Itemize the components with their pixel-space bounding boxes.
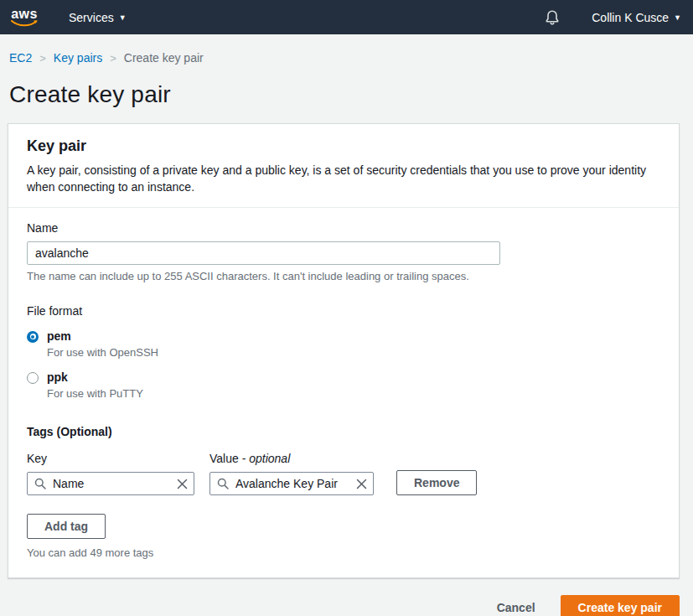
tags-title: Tags (Optional) [27, 425, 660, 438]
key-pair-panel: Key pair A key pair, consisting of a pri… [8, 123, 680, 578]
name-helper-text: The name can include up to 255 ASCII cha… [27, 270, 660, 282]
tags-remaining-helper: You can add 49 more tags [27, 546, 660, 559]
user-name: Collin K Cusce [592, 11, 669, 24]
radio-ppk-description: For use with PuTTY [47, 387, 143, 400]
breadcrumb-separator: > [102, 52, 124, 65]
radio-ppk-label: ppk [47, 370, 68, 384]
add-tag-button[interactable]: Add tag [27, 514, 106, 539]
name-label: Name [27, 221, 660, 235]
tag-key-input[interactable] [27, 472, 194, 495]
remove-tag-button[interactable]: Remove [396, 470, 477, 495]
tag-value-input[interactable] [209, 472, 374, 495]
tag-key-label: Key [27, 452, 194, 465]
file-format-label: File format [27, 304, 660, 318]
tag-value-column: Value - optional [209, 452, 374, 495]
breadcrumb-link-ec2[interactable]: EC2 [9, 51, 32, 65]
services-menu[interactable]: Services ▼ [69, 11, 127, 24]
top-navigation-bar: aws Services ▼ Collin K Cusce ▼ [0, 0, 693, 34]
aws-smile-icon [10, 20, 39, 28]
radio-option-ppk[interactable]: ppk For use with PuTTY [27, 370, 660, 400]
chevron-down-icon: ▼ [674, 13, 681, 22]
tag-value-label-prefix: Value - [209, 452, 246, 465]
tag-value-input-wrap [209, 472, 374, 495]
breadcrumb-link-key-pairs[interactable]: Key pairs [54, 51, 102, 65]
cancel-button[interactable]: Cancel [497, 601, 535, 614]
footer-actions: Cancel Create key pair [0, 595, 680, 616]
tag-row: Key [27, 452, 660, 495]
radio-pem-label: pem [47, 329, 71, 343]
clear-x-icon[interactable] [356, 478, 367, 493]
tag-key-column: Key [27, 452, 194, 495]
breadcrumb-separator: > [32, 52, 54, 65]
page-title: Create key pair [0, 65, 693, 123]
tags-section: Tags (Optional) Key [27, 425, 660, 559]
tag-value-label: Value - optional [209, 452, 374, 465]
key-pair-name-input[interactable] [27, 241, 500, 265]
panel-title: Key pair [27, 137, 660, 155]
aws-logo[interactable]: aws [10, 8, 39, 28]
panel-description: A key pair, consisting of a private key … [27, 162, 660, 196]
panel-header: Key pair A key pair, consisting of a pri… [8, 124, 679, 208]
clear-x-icon[interactable] [177, 478, 188, 493]
chevron-down-icon: ▼ [119, 13, 127, 22]
aws-logo-text: aws [11, 8, 38, 20]
services-label: Services [69, 11, 114, 24]
radio-unselected-icon[interactable] [27, 372, 39, 384]
radio-selected-icon[interactable] [27, 331, 39, 343]
create-key-pair-button[interactable]: Create key pair [561, 595, 680, 616]
radio-option-ppk-texts: ppk For use with PuTTY [47, 370, 143, 400]
file-format-group: File format pem For use with OpenSSH ppk… [27, 304, 660, 400]
panel-body: Name The name can include up to 255 ASCI… [8, 208, 679, 577]
tag-value-label-optional: optional [249, 452, 290, 465]
user-menu[interactable]: Collin K Cusce ▼ [592, 11, 681, 24]
radio-option-pem[interactable]: pem For use with OpenSSH [27, 329, 660, 359]
notifications-bell-icon[interactable] [545, 9, 560, 26]
topbar-right-group: Collin K Cusce ▼ [545, 9, 681, 26]
breadcrumb-current: Create key pair [124, 51, 204, 65]
name-field-group: Name The name can include up to 255 ASCI… [27, 221, 660, 282]
radio-option-pem-texts: pem For use with OpenSSH [47, 329, 158, 359]
breadcrumb: EC2 > Key pairs > Create key pair [0, 34, 693, 65]
radio-pem-description: For use with OpenSSH [47, 346, 158, 359]
tag-key-input-wrap [27, 472, 194, 495]
